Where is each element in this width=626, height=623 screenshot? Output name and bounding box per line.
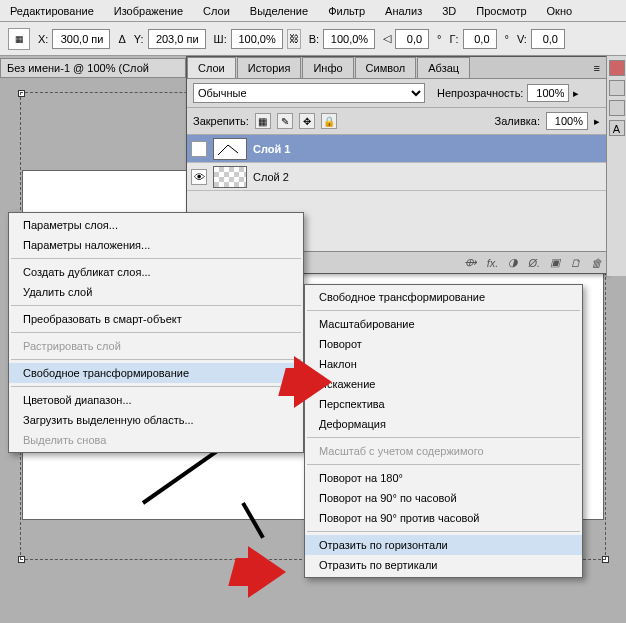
menu-separator (307, 437, 580, 438)
submenu-flip-horizontal[interactable]: Отразить по горизонтали (305, 535, 582, 555)
link-layers-icon[interactable]: ⟴ (464, 256, 477, 269)
adjustment-icon[interactable]: Ø. (528, 257, 540, 269)
transform-submenu: Свободное трансформирование Масштабирова… (304, 284, 583, 578)
character-panel-icon[interactable]: A (609, 120, 625, 136)
visibility-icon[interactable]: 👁 (191, 141, 207, 157)
opacity-input[interactable] (527, 84, 569, 102)
menu-color-range[interactable]: Цветовой диапазон... (9, 390, 303, 410)
layer-context-menu: Параметры слоя... Параметры наложения...… (8, 212, 304, 453)
menu-analysis[interactable]: Анализ (385, 5, 422, 17)
fill-input[interactable] (546, 112, 588, 130)
menu-load-selection[interactable]: Загрузить выделенную область... (9, 410, 303, 430)
menu-edit[interactable]: Редактирование (10, 5, 94, 17)
menu-window[interactable]: Окно (547, 5, 573, 17)
deg-label-2: ° (505, 33, 509, 45)
blend-mode-select[interactable]: Обычные (193, 83, 425, 103)
visibility-icon[interactable]: 👁 (191, 169, 207, 185)
layer-thumb[interactable] (213, 138, 247, 160)
tab-layers[interactable]: Слои (187, 57, 236, 78)
g-input[interactable] (463, 29, 497, 49)
options-bar: ▦ X: Δ Y: Ш: ⛓ В: ◁ ° Г: ° V: (0, 22, 626, 56)
opacity-flyout-icon[interactable]: ▸ (573, 87, 579, 100)
menu-3d[interactable]: 3D (442, 5, 456, 17)
menu-duplicate-layer[interactable]: Создать дубликат слоя... (9, 262, 303, 282)
document-tab[interactable]: Без имени-1 @ 100% (Слой (0, 58, 186, 78)
layer-thumb[interactable] (213, 166, 247, 188)
lock-position-icon[interactable]: ✥ (299, 113, 315, 129)
submenu-rotate[interactable]: Поворот (305, 334, 582, 354)
menu-blending-options[interactable]: Параметры наложения... (9, 235, 303, 255)
menubar: Редактирование Изображение Слои Выделени… (0, 0, 626, 22)
document-tab-label: Без имени-1 @ 100% (Слой (7, 62, 149, 74)
menu-separator (11, 305, 301, 306)
fill-flyout-icon[interactable]: ▸ (594, 115, 600, 128)
lock-all-icon[interactable]: 🔒 (321, 113, 337, 129)
submenu-skew[interactable]: Наклон (305, 354, 582, 374)
submenu-free-transform[interactable]: Свободное трансформирование (305, 287, 582, 307)
v-label: V: (517, 33, 527, 45)
fx-icon[interactable]: fx. (487, 257, 499, 269)
angle-input[interactable] (395, 29, 429, 49)
y-input[interactable] (148, 29, 206, 49)
tab-paragraph[interactable]: Абзац (417, 57, 470, 78)
new-layer-icon[interactable]: 🗋 (570, 257, 581, 269)
deg-label: ° (437, 33, 441, 45)
panel-icon[interactable] (609, 80, 625, 96)
menu-separator (11, 386, 301, 387)
menu-convert-smart-object[interactable]: Преобразовать в смарт-объект (9, 309, 303, 329)
v-input[interactable] (531, 29, 565, 49)
w-label: Ш: (214, 33, 227, 45)
x-input[interactable] (52, 29, 110, 49)
menu-select[interactable]: Выделение (250, 5, 308, 17)
panel-menu-icon[interactable]: ≡ (588, 58, 606, 78)
lock-label: Закрепить: (193, 115, 249, 127)
fill-label: Заливка: (495, 115, 540, 127)
layer-name[interactable]: Слой 1 (253, 143, 290, 155)
tab-info[interactable]: Инфо (302, 57, 353, 78)
submenu-scale[interactable]: Масштабирование (305, 314, 582, 334)
lock-image-icon[interactable]: ✎ (277, 113, 293, 129)
h-input[interactable] (323, 29, 375, 49)
group-icon[interactable]: ▣ (550, 256, 560, 269)
ref-point-icon[interactable]: ▦ (8, 28, 30, 50)
submenu-rotate-180[interactable]: Поворот на 180° (305, 468, 582, 488)
menu-separator (11, 332, 301, 333)
menu-layers[interactable]: Слои (203, 5, 230, 17)
menu-rasterize-layer: Растрировать слой (9, 336, 303, 356)
trash-icon[interactable]: 🗑 (591, 257, 602, 269)
tab-history[interactable]: История (237, 57, 302, 78)
w-input[interactable] (231, 29, 283, 49)
panel-icon[interactable] (609, 100, 625, 116)
layer-name[interactable]: Слой 2 (253, 171, 289, 183)
menu-delete-layer[interactable]: Удалить слой (9, 282, 303, 302)
submenu-content-aware-scale: Масштаб с учетом содержимого (305, 441, 582, 461)
layer-row[interactable]: 👁 Слой 2 (187, 163, 606, 191)
link-icon[interactable]: ⛓ (287, 29, 301, 49)
menu-separator (11, 258, 301, 259)
submenu-rotate-90-cw[interactable]: Поворот на 90° по часовой (305, 488, 582, 508)
menu-layer-properties[interactable]: Параметры слоя... (9, 215, 303, 235)
submenu-perspective[interactable]: Перспектива (305, 394, 582, 414)
h-label: В: (309, 33, 319, 45)
angle-icon: ◁ (383, 32, 391, 45)
menu-filter[interactable]: Фильтр (328, 5, 365, 17)
delta-icon[interactable]: Δ (118, 33, 125, 45)
y-label: Y: (134, 33, 144, 45)
menu-separator (307, 464, 580, 465)
submenu-flip-vertical[interactable]: Отразить по вертикали (305, 555, 582, 575)
submenu-distort[interactable]: Искажение (305, 374, 582, 394)
collapsed-panels: A (606, 56, 626, 276)
menu-separator (307, 531, 580, 532)
x-label: X: (38, 33, 48, 45)
layer-row[interactable]: 👁 Слой 1 (187, 135, 606, 163)
menu-free-transform[interactable]: Свободное трансформирование (9, 363, 303, 383)
tab-character[interactable]: Символ (355, 57, 417, 78)
submenu-rotate-90-ccw[interactable]: Поворот на 90° против часовой (305, 508, 582, 528)
lock-transparent-icon[interactable]: ▦ (255, 113, 271, 129)
menu-view[interactable]: Просмотр (476, 5, 526, 17)
submenu-warp[interactable]: Деформация (305, 414, 582, 434)
color-swatch-icon[interactable] (609, 60, 625, 76)
mask-icon[interactable]: ◑ (508, 256, 518, 269)
menu-separator (11, 359, 301, 360)
menu-image[interactable]: Изображение (114, 5, 183, 17)
